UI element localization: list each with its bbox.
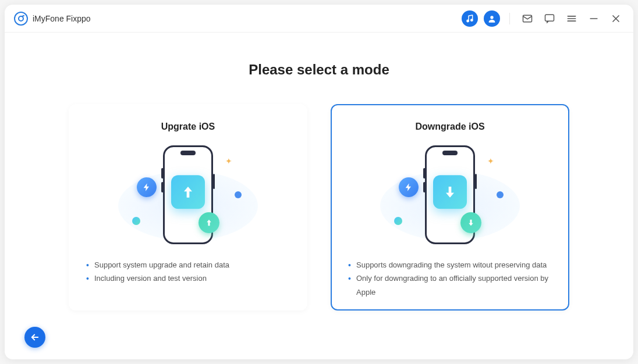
mail-icon[interactable] [519, 10, 536, 27]
menu-icon[interactable] [563, 10, 580, 27]
svg-point-3 [490, 16, 493, 19]
downgrade-bullet-2: Only for downgrading to an officially su… [348, 272, 552, 299]
minimize-button[interactable] [586, 10, 602, 27]
svg-point-0 [15, 12, 27, 25]
upgrade-card-title: Upgrate iOS [86, 122, 290, 132]
titlebar: iMyFone Fixppo [5, 5, 633, 33]
upgrade-bullet-1: Support system upgrade and retain data [86, 258, 290, 272]
arrow-down-square-icon [433, 175, 467, 209]
downgrade-illustration: ✦ [348, 144, 552, 245]
upgrade-bullet-2: Including version and test version [86, 272, 290, 285]
app-window: iMyFone Fixppo [5, 5, 633, 359]
svg-rect-5 [545, 15, 554, 21]
upgrade-ios-card[interactable]: Upgrate iOS [69, 104, 307, 311]
arrow-up-circle-icon [199, 212, 219, 233]
arrow-up-square-icon [171, 175, 205, 209]
titlebar-actions [462, 10, 624, 27]
downgrade-card-title: Downgrade iOS [348, 122, 552, 132]
user-account-icon[interactable] [484, 10, 500, 27]
music-icon[interactable] [462, 10, 478, 27]
downgrade-bullets: Supports downgrading the system witout p… [348, 258, 552, 299]
upgrade-illustration: ✦ [86, 144, 290, 245]
sparkle-icon: ✦ [487, 156, 494, 166]
back-button[interactable] [24, 327, 45, 348]
sparkle-icon: ✦ [225, 156, 232, 166]
mode-cards: Upgrate iOS [69, 104, 569, 311]
titlebar-divider [509, 13, 510, 24]
downgrade-bullet-1: Supports downgrading the system witout p… [348, 258, 552, 272]
logo-area: iMyFone Fixppo [14, 12, 91, 26]
lightning-icon [137, 177, 157, 197]
downgrade-ios-card[interactable]: Downgrade iOS [331, 104, 569, 311]
lightning-icon [399, 177, 419, 197]
app-title: iMyFone Fixppo [33, 14, 91, 23]
feedback-icon[interactable] [541, 10, 558, 27]
content-area: Please select a mode Upgrate iOS [5, 33, 633, 359]
svg-point-2 [471, 19, 473, 21]
close-button[interactable] [608, 10, 624, 27]
upgrade-bullets: Support system upgrade and retain data I… [86, 258, 290, 286]
svg-point-1 [467, 20, 469, 22]
app-logo-icon [14, 12, 28, 26]
arrow-down-circle-icon [460, 212, 481, 233]
page-heading: Please select a mode [249, 62, 389, 78]
